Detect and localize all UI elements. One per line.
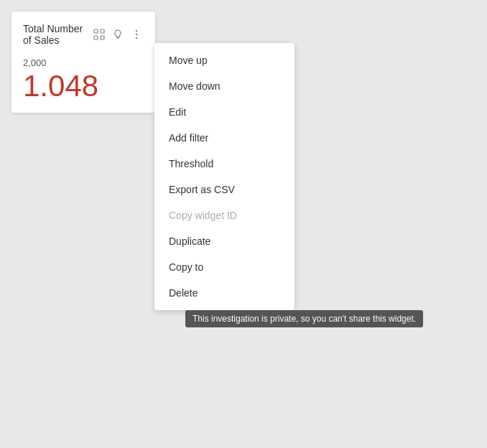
svg-point-5 bbox=[136, 34, 137, 35]
menu-item-add-filter[interactable]: Add filter bbox=[154, 125, 294, 151]
menu-item-copy-to[interactable]: Copy to bbox=[154, 254, 294, 280]
widget-subtitle: 2,000 bbox=[23, 57, 144, 68]
widget-title: Total Number of Sales bbox=[23, 23, 92, 46]
menu-item-export-csv[interactable]: Export as CSV bbox=[154, 177, 294, 202]
svg-point-4 bbox=[136, 30, 137, 32]
menu-item-copy-widget-id: Copy widget ID bbox=[154, 202, 294, 228]
menu-item-edit[interactable]: Edit bbox=[154, 99, 294, 125]
menu-item-move-down[interactable]: Move down bbox=[154, 73, 294, 99]
bulb-icon-button[interactable] bbox=[111, 27, 125, 42]
menu-item-delete[interactable]: Delete bbox=[154, 280, 294, 306]
svg-rect-3 bbox=[101, 36, 104, 39]
menu-item-duplicate[interactable]: Duplicate bbox=[154, 228, 294, 254]
widget-header: Total Number of Sales bbox=[23, 23, 144, 46]
svg-rect-2 bbox=[94, 36, 98, 39]
more-options-button[interactable] bbox=[129, 27, 144, 42]
widget-card: Total Number of Sales bbox=[11, 11, 155, 113]
svg-point-6 bbox=[136, 37, 137, 39]
menu-item-threshold[interactable]: Threshold bbox=[154, 151, 294, 177]
widget-actions bbox=[92, 27, 144, 42]
widget-value: 1.048 bbox=[23, 71, 144, 101]
context-menu: Move up Move down Edit Add filter Thresh… bbox=[154, 43, 294, 310]
svg-rect-1 bbox=[101, 29, 104, 33]
grid-icon-button[interactable] bbox=[92, 27, 106, 42]
svg-rect-0 bbox=[94, 29, 98, 33]
tooltip: This investigation is private, so you ca… bbox=[185, 310, 423, 327]
menu-item-move-up[interactable]: Move up bbox=[154, 47, 294, 73]
